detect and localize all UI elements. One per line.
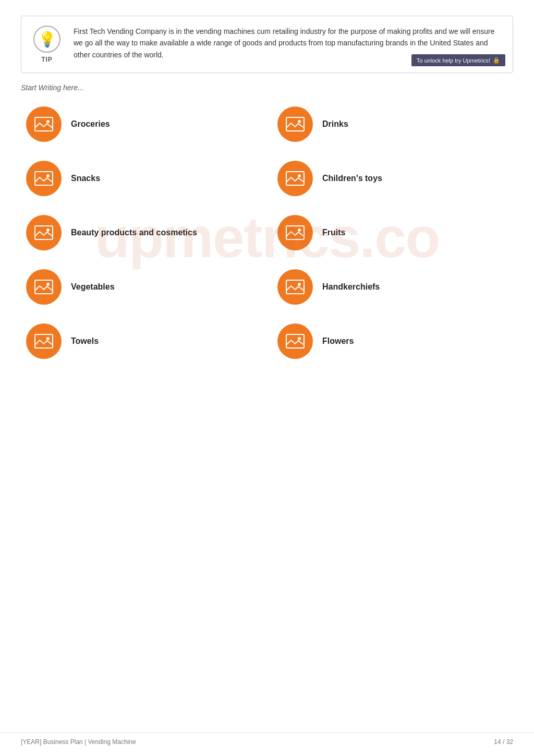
product-icon bbox=[277, 215, 313, 250]
list-item: Flowers bbox=[267, 314, 518, 368]
svg-point-5 bbox=[46, 174, 50, 177]
tip-icon-circle: 💡 bbox=[33, 26, 60, 53]
product-icon bbox=[277, 269, 313, 305]
tip-label: TIP bbox=[41, 56, 53, 63]
footer: [YEAR] Business Plan | Vending Machine 1… bbox=[0, 733, 534, 746]
svg-point-19 bbox=[298, 337, 301, 340]
svg-rect-6 bbox=[286, 172, 304, 185]
list-item: Groceries bbox=[16, 97, 267, 151]
product-label: Drinks bbox=[322, 119, 348, 129]
list-item: Vegetables bbox=[16, 260, 267, 314]
svg-rect-2 bbox=[286, 117, 304, 131]
product-label: Vegetables bbox=[71, 282, 115, 292]
start-writing-text[interactable]: Start Writing here... bbox=[21, 83, 513, 92]
svg-rect-10 bbox=[286, 226, 304, 239]
svg-rect-0 bbox=[35, 117, 53, 131]
list-item: Towels bbox=[16, 314, 267, 368]
svg-rect-16 bbox=[35, 334, 53, 348]
product-icon bbox=[26, 106, 62, 142]
tip-box: 💡 TIP First Tech Vending Company is in t… bbox=[21, 16, 513, 73]
unlock-button[interactable]: To unlock help try Upmetrics! 🔒 bbox=[411, 54, 505, 66]
svg-rect-18 bbox=[286, 334, 304, 348]
product-icon bbox=[277, 323, 313, 359]
product-icon bbox=[26, 323, 62, 359]
svg-rect-12 bbox=[35, 280, 53, 294]
svg-point-3 bbox=[298, 120, 301, 123]
footer-left: [YEAR] Business Plan | Vending Machine bbox=[21, 738, 136, 746]
product-label: Beauty products and cosmetics bbox=[71, 228, 197, 237]
list-item: Drinks bbox=[267, 97, 518, 151]
product-label: Snacks bbox=[71, 174, 100, 183]
lightbulb-icon: 💡 bbox=[38, 31, 56, 48]
lock-icon: 🔒 bbox=[493, 57, 500, 64]
product-icon bbox=[277, 161, 313, 196]
footer-right: 14 / 32 bbox=[494, 738, 513, 746]
product-icon bbox=[26, 215, 62, 250]
product-label: Flowers bbox=[322, 337, 354, 346]
svg-rect-4 bbox=[35, 172, 53, 185]
list-item: Children's toys bbox=[267, 151, 518, 206]
product-label: Handkerchiefs bbox=[322, 282, 380, 292]
svg-point-9 bbox=[46, 229, 50, 232]
products-grid: Groceries Drinks Snacks Children's toys … bbox=[16, 97, 518, 368]
svg-point-11 bbox=[298, 229, 301, 232]
product-label: Groceries bbox=[71, 119, 110, 129]
unlock-button-label: To unlock help try Upmetrics! bbox=[417, 57, 490, 64]
svg-point-1 bbox=[46, 120, 50, 123]
product-label: Fruits bbox=[322, 228, 345, 237]
list-item: Beauty products and cosmetics bbox=[16, 206, 267, 260]
list-item: Handkerchiefs bbox=[267, 260, 518, 314]
list-item: Snacks bbox=[16, 151, 267, 206]
svg-rect-14 bbox=[286, 280, 304, 294]
tip-icon-area: 💡 TIP bbox=[29, 26, 65, 63]
list-item: Fruits bbox=[267, 206, 518, 260]
svg-point-13 bbox=[46, 283, 50, 286]
product-icon bbox=[277, 106, 313, 142]
product-label: Towels bbox=[71, 337, 99, 346]
svg-rect-8 bbox=[35, 226, 53, 239]
svg-point-15 bbox=[298, 283, 301, 286]
svg-point-17 bbox=[46, 337, 50, 340]
product-label: Children's toys bbox=[322, 174, 382, 183]
product-icon bbox=[26, 269, 62, 305]
product-icon bbox=[26, 161, 62, 196]
svg-point-7 bbox=[298, 174, 301, 177]
